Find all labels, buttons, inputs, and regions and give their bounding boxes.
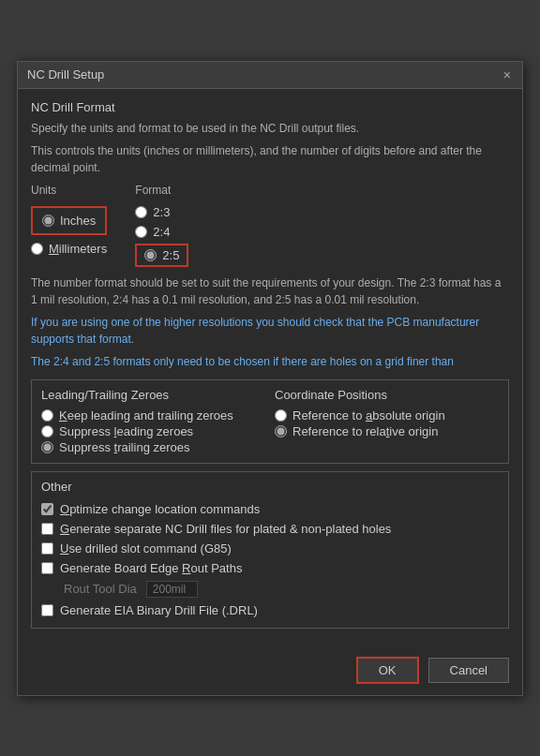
- two-col-row: Leading/Trailing Zeroes Keep leading and…: [41, 388, 499, 455]
- separate-drill-label: Generate separate NC Drill files for pla…: [60, 522, 391, 536]
- suppress-trailing-label: Suppress trailing zeroes: [59, 440, 190, 454]
- suppress-trailing-radio[interactable]: [41, 441, 53, 453]
- rout-tool-value: 200mil: [146, 581, 198, 598]
- suppress-leading-radio[interactable]: [41, 425, 53, 437]
- relative-label: Reference to relative origin: [292, 424, 438, 438]
- eia-binary-label: Generate EIA Binary Drill File (.DRL): [60, 603, 258, 617]
- mm-label: Millimeters: [49, 242, 107, 256]
- units-format-row: Units Inches Millimeters Format: [31, 184, 509, 267]
- absolute-label: Reference to absolute origin: [292, 408, 445, 422]
- eia-binary-checkbox-row[interactable]: Generate EIA Binary Drill File (.DRL): [41, 600, 499, 620]
- close-button[interactable]: ×: [502, 67, 513, 82]
- separate-drill-checkbox-row[interactable]: Generate separate NC Drill files for pla…: [41, 519, 499, 539]
- cancel-button[interactable]: Cancel: [428, 658, 509, 683]
- nc-drill-dialog: NC Drill Setup × NC Drill Format Specify…: [17, 61, 523, 696]
- optimize-label: Optimize change location commands: [60, 502, 260, 516]
- slot-command-label: Use drilled slot command (G85): [60, 541, 232, 556]
- zeroes-coord-section: Leading/Trailing Zeroes Keep leading and…: [31, 379, 509, 464]
- format25-highlighted-box: 2:5: [135, 244, 188, 267]
- rout-tool-row: Rout Tool Dia 200mil: [41, 578, 499, 600]
- ok-button[interactable]: OK: [356, 657, 419, 684]
- inches-radio-row[interactable]: Inches: [42, 213, 96, 229]
- format25-radio[interactable]: [144, 249, 157, 261]
- title-bar: NC Drill Setup ×: [18, 62, 522, 89]
- coord-title: Coordinate Positions: [275, 388, 499, 402]
- units-label: Units: [31, 184, 107, 197]
- dialog-body: NC Drill Format Specify the units and fo…: [18, 89, 522, 649]
- format-box: Format 2:3 2:4 2:5: [135, 184, 188, 267]
- zeroes-title: Leading/Trailing Zeroes: [41, 388, 265, 402]
- board-edge-checkbox[interactable]: [41, 562, 53, 574]
- eia-binary-checkbox[interactable]: [41, 604, 53, 616]
- units-box: Units Inches Millimeters: [31, 184, 107, 257]
- mm-radio-row[interactable]: Millimeters: [31, 241, 107, 257]
- optimize-checkbox[interactable]: [41, 503, 53, 515]
- keep-zeroes-label: Keep leading and trailing zeroes: [59, 408, 233, 422]
- other-section: Other Optimize change location commands …: [31, 471, 509, 629]
- format24-label: 2:4: [153, 225, 170, 239]
- other-title: Other: [41, 480, 499, 494]
- keep-zeroes-radio[interactable]: [41, 409, 53, 422]
- dialog-title: NC Drill Setup: [27, 67, 104, 82]
- absolute-origin-row[interactable]: Reference to absolute origin: [275, 408, 499, 423]
- relative-origin-radio[interactable]: [275, 425, 287, 437]
- slot-command-checkbox-row[interactable]: Use drilled slot command (G85): [41, 539, 499, 558]
- format-section: NC Drill Format Specify the units and fo…: [31, 100, 509, 370]
- zeroes-col: Leading/Trailing Zeroes Keep leading and…: [41, 388, 265, 455]
- format-desc3: The number format should be set to suit …: [31, 274, 509, 308]
- board-edge-label: Generate Board Edge Rout Paths: [60, 561, 242, 575]
- suppress-trailing-row[interactable]: Suppress trailing zeroes: [41, 439, 265, 455]
- format-label: Format: [135, 184, 188, 197]
- slot-command-checkbox[interactable]: [41, 542, 53, 555]
- inches-label: Inches: [60, 214, 96, 228]
- suppress-leading-row[interactable]: Suppress leading zeroes: [41, 423, 265, 439]
- format-desc1: Specify the units and format to be used …: [31, 120, 509, 137]
- absolute-origin-radio[interactable]: [275, 409, 287, 422]
- format-desc5: The 2:4 and 2:5 formats only need to be …: [31, 353, 509, 370]
- coord-col: Coordinate Positions Reference to absolu…: [275, 388, 499, 455]
- keep-zeroes-row[interactable]: Keep leading and trailing zeroes: [41, 408, 265, 423]
- inches-highlighted-box: Inches: [31, 206, 107, 235]
- mm-radio[interactable]: [31, 243, 43, 255]
- rout-tool-label: Rout Tool Dia: [64, 582, 137, 596]
- relative-origin-row[interactable]: Reference to relative origin: [275, 423, 499, 439]
- separate-drill-checkbox[interactable]: [41, 523, 53, 535]
- format23-row[interactable]: 2:3: [135, 204, 188, 220]
- format24-radio[interactable]: [135, 226, 147, 238]
- format-desc4: If you are using one of the higher resol…: [31, 314, 509, 348]
- format23-radio[interactable]: [135, 206, 147, 218]
- format-section-title: NC Drill Format: [31, 100, 509, 114]
- format-desc2: This controls the units (inches or milli…: [31, 142, 509, 176]
- board-edge-checkbox-row[interactable]: Generate Board Edge Rout Paths: [41, 558, 499, 578]
- suppress-leading-label: Suppress leading zeroes: [59, 424, 193, 438]
- inches-radio[interactable]: [42, 215, 54, 227]
- format24-row[interactable]: 2:4: [135, 224, 188, 240]
- format25-label: 2:5: [162, 248, 179, 262]
- dialog-footer: OK Cancel: [18, 649, 522, 695]
- format25-row[interactable]: 2:5: [144, 247, 179, 263]
- optimize-checkbox-row[interactable]: Optimize change location commands: [41, 499, 499, 519]
- format23-label: 2:3: [153, 205, 170, 219]
